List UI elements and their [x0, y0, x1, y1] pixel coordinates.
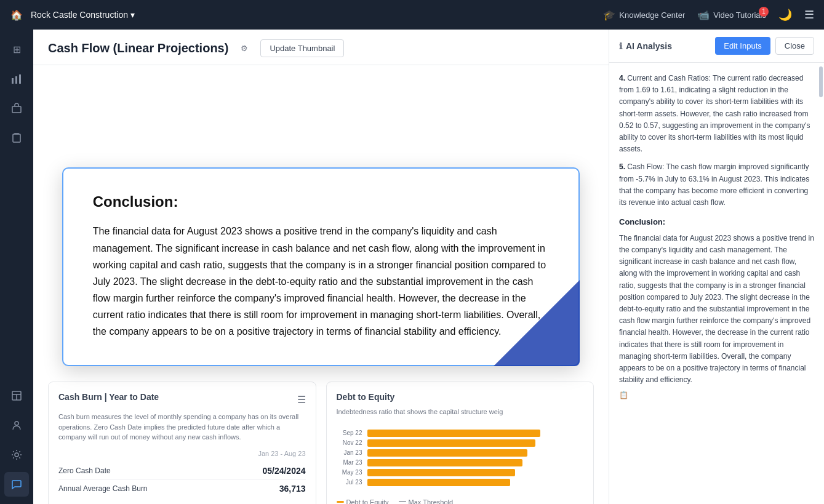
chart-row-label: Jan 23 — [337, 449, 362, 456]
chart-row-label: May 23 — [337, 469, 362, 476]
cash-burn-widget: Cash Burn | Year to Date ☰ Cash burn mea… — [48, 382, 316, 504]
annual-avg-row: Annual Average Cash Burn 36,713 — [58, 480, 306, 497]
update-thumbnail-button[interactable]: Update Thumbnail — [260, 39, 344, 57]
debt-equity-title: Debt to Equity — [337, 392, 584, 402]
chart-row: Nov 22 — [337, 439, 584, 447]
ai-panel-title: ℹ AI Analysis — [619, 41, 672, 51]
section-4-title-text: Current and Cash Ratios — [627, 74, 708, 82]
dropdown-icon: ▾ — [130, 10, 135, 20]
ai-conclusion-title: Conclusion: — [619, 216, 814, 229]
company-name[interactable]: Rock Castle Construction ▾ — [31, 10, 135, 20]
section-4-num: 4. — [619, 74, 625, 82]
chart-bar — [367, 449, 528, 457]
notification-badge: 1 — [759, 7, 769, 17]
annual-avg-value: 36,713 — [279, 484, 306, 494]
max-legend-color — [399, 502, 406, 502]
sidebar-item-chat[interactable] — [4, 472, 29, 497]
svg-rect-4 — [13, 134, 20, 142]
close-button[interactable]: Close — [775, 37, 814, 55]
sidebar-item-clipboard[interactable] — [4, 126, 29, 150]
top-nav: 🏠 Rock Castle Construction ▾ 🎓 Knowledge… — [0, 0, 824, 30]
conclusion-popup-body: The financial data for August 2023 shows… — [93, 223, 550, 340]
chart-row-label: Jul 23 — [337, 479, 362, 486]
chart-row: Mar 23 — [337, 459, 584, 466]
home-icon[interactable]: 🏠 — [10, 8, 23, 22]
sidebar-item-settings[interactable] — [4, 442, 29, 467]
zero-cash-date-label: Zero Cash Date — [58, 466, 111, 475]
section-5-num: 5. — [619, 162, 625, 171]
page-header: Cash Flow (Linear Projections) ⚙ Update … — [33, 30, 609, 65]
section-4-body: The current ratio decreased from 1.69 to… — [619, 74, 810, 153]
ai-panel-body[interactable]: 4. Current and Cash Ratios: The current … — [609, 63, 824, 504]
ai-analysis-panel: ℹ AI Analysis Edit Inputs Close 4. Curre… — [609, 30, 824, 504]
annual-avg-label: Annual Average Cash Burn — [58, 484, 148, 493]
chart-bar — [367, 479, 511, 486]
debt-equity-chart: Sep 22 Nov 22 Jan 23 Mar 23 May 23 Jul 2… — [337, 425, 584, 494]
sidebar-item-users[interactable] — [4, 413, 29, 438]
sidebar-item-package[interactable] — [4, 96, 29, 121]
max-legend-label: Max Threshold — [409, 498, 454, 505]
chart-bar — [367, 469, 516, 476]
chart-row-label: Sep 22 — [337, 430, 362, 436]
chart-bar — [367, 439, 535, 447]
page-title: Cash Flow (Linear Projections) — [48, 41, 228, 55]
cash-burn-title: Cash Burn | Year to Date — [58, 392, 159, 402]
svg-rect-0 — [12, 78, 14, 84]
hamburger-menu-icon[interactable]: ☰ — [804, 8, 814, 22]
left-sidebar: ⊞ — [0, 30, 33, 504]
cash-burn-description: Cash burn measures the level of monthly … — [58, 412, 306, 442]
blue-triangle-decoration — [494, 280, 580, 366]
svg-rect-1 — [15, 76, 17, 84]
scrollbar-thumb[interactable] — [819, 66, 823, 97]
gear-settings-button[interactable]: ⚙ — [236, 40, 253, 57]
chart-row: Jan 23 — [337, 449, 584, 457]
zero-cash-date-value: 05/24/2024 — [262, 466, 305, 476]
ai-conclusion-body: The financial data for August 2023 shows… — [619, 233, 814, 386]
svg-point-8 — [15, 422, 18, 425]
copy-icon[interactable]: 📋 — [619, 390, 628, 401]
sidebar-item-table[interactable] — [4, 383, 29, 408]
nav-left: 🏠 Rock Castle Construction ▾ — [10, 8, 135, 22]
svg-point-9 — [15, 453, 18, 457]
chart-row-label: Nov 22 — [337, 439, 362, 446]
debt-legend-color — [337, 501, 344, 503]
chart-row-label: Mar 23 — [337, 459, 362, 466]
ai-panel-header: ℹ AI Analysis Edit Inputs Close — [609, 30, 824, 63]
sidebar-item-grid[interactable]: ⊞ — [4, 37, 29, 62]
svg-rect-3 — [12, 106, 21, 113]
nav-right: 🎓 Knowledge Center 📹 Video Tutorials 1 🌙… — [603, 8, 814, 22]
chart-row: Jul 23 — [337, 479, 584, 486]
cash-burn-menu-icon[interactable]: ☰ — [297, 394, 306, 406]
video-tutorials-link[interactable]: 📹 Video Tutorials 1 — [697, 9, 766, 21]
theme-toggle-icon[interactable]: 🌙 — [778, 8, 792, 22]
chart-legend: Debt to Equity Max Threshold — [337, 498, 584, 505]
chart-row: Sep 22 — [337, 430, 584, 437]
section-5-title-text: Cash Flow — [627, 162, 662, 171]
debt-equity-widget: Debt to Equity Indebtedness ratio that s… — [326, 382, 594, 504]
ai-info-icon: ℹ — [619, 41, 622, 51]
svg-rect-2 — [19, 74, 21, 84]
debt-legend-label: Debt to Equity — [346, 498, 389, 505]
ai-panel-actions: Edit Inputs Close — [715, 37, 814, 55]
conclusion-popup-title: Conclusion: — [93, 193, 550, 210]
zero-cash-date-row: Zero Cash Date 05/24/2024 — [58, 462, 306, 480]
chart-bar — [367, 430, 540, 437]
chart-row: May 23 — [337, 469, 584, 476]
chart-bar — [367, 459, 523, 466]
debt-equity-subtitle: Indebtedness ratio that shows the capita… — [337, 407, 584, 417]
sidebar-bottom — [4, 383, 29, 497]
cash-burn-date-range: Jan 23 - Aug 23 — [58, 450, 306, 457]
conclusion-popup: Conclusion: The financial data for Augus… — [62, 167, 580, 366]
knowledge-center-link[interactable]: 🎓 Knowledge Center — [603, 9, 685, 21]
sidebar-item-chart[interactable] — [4, 66, 29, 91]
edit-inputs-button[interactable]: Edit Inputs — [715, 37, 770, 55]
